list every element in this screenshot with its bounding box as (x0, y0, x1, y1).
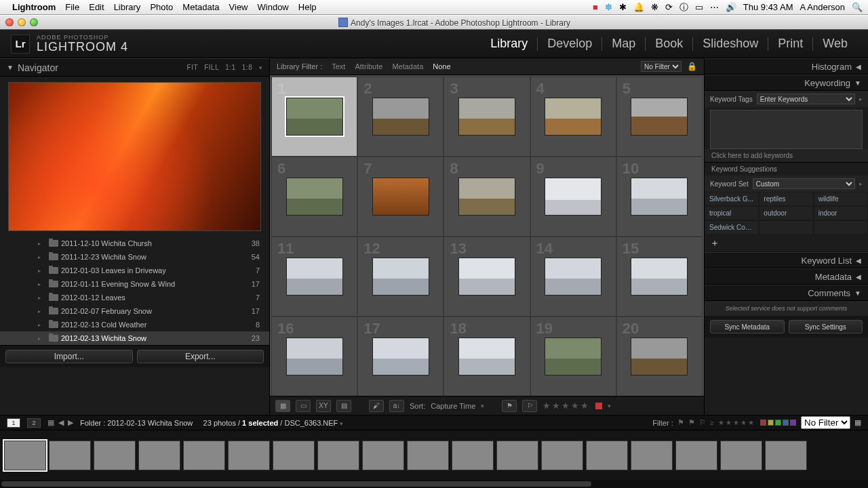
flag-filter-icon[interactable]: ⚑ (677, 418, 684, 427)
survey-view-button[interactable]: ▤ (336, 400, 351, 412)
menu-photo[interactable]: Photo (150, 2, 173, 12)
grid-cell[interactable]: 15 (616, 237, 703, 317)
grid-cell[interactable]: 17 (357, 317, 443, 396)
keyword-set-arrow-icon[interactable]: ▸ (859, 180, 863, 187)
grid-cell[interactable]: 11 (271, 237, 357, 317)
keyword-tags-arrow-icon[interactable]: ▸ (859, 96, 863, 102)
filmstrip-thumb[interactable] (765, 441, 807, 470)
status-icon[interactable]: ✽ (605, 2, 612, 12)
folder-row[interactable]: ▸2012-01-11 Evening Snow & Wind17 (0, 277, 269, 291)
filmstrip-thumb[interactable] (49, 441, 91, 470)
forward-icon[interactable]: ▶ (68, 418, 73, 427)
folder-row[interactable]: ▸2012-02-13 Wichita Snow23 (0, 331, 269, 345)
rating-stars[interactable]: ★★★★★ (542, 401, 590, 411)
sort-direction-button[interactable]: a↓ (389, 400, 404, 412)
module-library[interactable]: Library (481, 37, 537, 51)
filmstrip-thumb[interactable] (541, 441, 583, 470)
grid-cell[interactable]: 18 (443, 317, 530, 396)
grid-cell[interactable]: 3 (443, 77, 530, 157)
status-icon[interactable]: ■ (593, 2, 598, 12)
filmstrip-thumb[interactable] (4, 441, 46, 470)
histogram-header[interactable]: Histogram◀ (705, 58, 868, 75)
nav-zoom-fit[interactable]: FIT (187, 64, 198, 71)
filter-tab-none[interactable]: None (433, 62, 450, 70)
flag-filter-icon[interactable]: ⚑ (688, 418, 695, 427)
color-label-red[interactable] (595, 403, 602, 409)
filmstrip-thumb[interactable] (317, 441, 359, 470)
painter-button[interactable]: 🖌 (369, 400, 384, 412)
disclosure-icon[interactable]: ▼ (7, 64, 14, 71)
filter-preset-select[interactable]: No Filter (641, 61, 682, 72)
menu-library[interactable]: Library (114, 2, 141, 12)
filmstrip-thumb[interactable] (586, 441, 628, 470)
folder-row[interactable]: ▸2011-12-10 Wichita Chursh38 (0, 237, 269, 250)
module-develop[interactable]: Develop (538, 37, 601, 51)
grid-cell[interactable]: 9 (530, 157, 616, 237)
nav-zoom-ratio[interactable]: 1:8 (242, 64, 252, 71)
zoom-button[interactable] (30, 18, 38, 26)
menu-window[interactable]: Window (258, 2, 289, 12)
keyword-chip[interactable]: Silverback G... (705, 192, 759, 206)
filmstrip[interactable] (0, 430, 868, 480)
grid-cell[interactable]: 7 (357, 157, 443, 237)
filter-tab-attribute[interactable]: Attribute (355, 62, 382, 70)
menubar-app[interactable]: Lightroom (12, 2, 56, 12)
filmstrip-thumb[interactable] (228, 441, 270, 470)
grid-cell[interactable]: 13 (443, 237, 530, 317)
sync-icon[interactable]: ⟳ (665, 2, 673, 12)
sync-metadata-button[interactable]: Sync Metadata (710, 320, 785, 333)
filmstrip-thumb[interactable] (362, 441, 404, 470)
filter-lock-icon[interactable]: ▦ (854, 418, 861, 427)
filter-tab-metadata[interactable]: Metadata (392, 62, 423, 70)
metadata-header[interactable]: Metadata◀ (705, 268, 868, 285)
grid-cell[interactable]: 19 (530, 317, 616, 396)
color-filter[interactable] (760, 419, 797, 427)
compare-view-button[interactable]: XY (316, 400, 331, 412)
keyword-suggestions-header[interactable]: Keyword Suggestions (705, 162, 868, 176)
source-path[interactable]: Folder : 2012-02-13 Wichita Snow (80, 419, 193, 427)
grid-cell[interactable]: 8 (443, 157, 530, 237)
flag-filter-icon[interactable]: ⚐ (699, 418, 706, 427)
minimize-button[interactable] (18, 18, 26, 26)
flag-pick-button[interactable]: ⚑ (502, 400, 517, 412)
spotlight-icon[interactable]: 🔍 (852, 2, 863, 12)
menu-edit[interactable]: Edit (89, 2, 104, 12)
secondary-display-2[interactable]: 2 (27, 418, 41, 428)
grid-cell[interactable]: 4 (530, 77, 616, 157)
folder-row[interactable]: ▸2012-01-03 Leaves in Driveway7 (0, 264, 269, 277)
filmstrip-thumb[interactable] (94, 441, 136, 470)
status-icon[interactable]: ✱ (619, 2, 627, 12)
grid-cell[interactable]: 12 (357, 237, 443, 317)
module-book[interactable]: Book (646, 37, 692, 51)
module-slideshow[interactable]: Slideshow (693, 37, 768, 51)
menu-file[interactable]: File (65, 2, 79, 12)
nav-zoom-fill[interactable]: FILL (204, 64, 219, 71)
navigator-preview[interactable] (8, 82, 261, 231)
notification-icon[interactable]: 🔔 (633, 2, 644, 12)
rating-filter[interactable]: ≥ ★★★★★ (710, 419, 755, 426)
filmstrip-thumb[interactable] (138, 441, 180, 470)
folder-row[interactable]: ▸2012-02-13 Cold Weather8 (0, 318, 269, 331)
grid-cell[interactable]: 14 (530, 237, 616, 317)
filter-lock-icon[interactable]: 🔒 (687, 62, 697, 71)
folder-row[interactable]: ▸2012-02-07 February Snow17 (0, 304, 269, 318)
grid-cell[interactable]: 6 (271, 157, 357, 237)
status-icon[interactable]: ⋯ (710, 2, 719, 12)
menu-metadata[interactable]: Metadata (182, 2, 219, 12)
grid-cell[interactable]: 5 (616, 77, 703, 157)
filmstrip-scrollbar[interactable] (0, 480, 868, 488)
filmstrip-thumb[interactable] (407, 441, 449, 470)
keyword-hint[interactable]: Click here to add keywords (705, 149, 868, 162)
display-icon[interactable]: ▭ (695, 2, 703, 12)
keyword-chip[interactable]: indoor (814, 206, 868, 220)
keyword-chip[interactable]: tropical (705, 206, 759, 220)
keyword-add-button[interactable]: ＋ (705, 235, 868, 252)
menu-help[interactable]: Help (298, 2, 317, 12)
menu-view[interactable]: View (229, 2, 248, 12)
folder-row[interactable]: ▸2012-01-12 Leaves7 (0, 291, 269, 304)
menubar-user[interactable]: A Anderson (800, 2, 846, 12)
filmstrip-thumb[interactable] (273, 441, 315, 470)
folder-row[interactable]: ▸2011-12-23 Wichita Snow54 (0, 250, 269, 264)
keyword-entry-box[interactable] (710, 110, 863, 149)
keyword-chip[interactable]: Sedwick Cou... (705, 220, 759, 235)
